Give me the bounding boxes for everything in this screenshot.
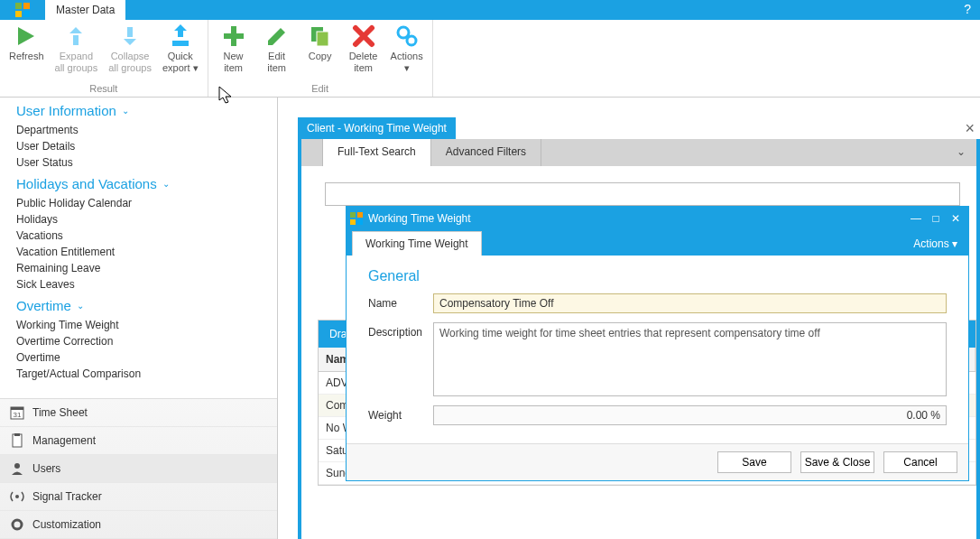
nav-item[interactable]: Holidays <box>16 211 277 228</box>
nav-time-sheet[interactable]: 31Time Sheet <box>0 399 277 427</box>
refresh-button[interactable]: Refresh <box>4 22 50 81</box>
clipboard-icon <box>9 432 25 449</box>
nav-item[interactable]: Vacation Entitlement <box>16 244 277 260</box>
nav-item[interactable]: Overtime Correction <box>16 333 277 349</box>
play-green-icon <box>14 23 39 49</box>
pane-close-button[interactable]: × <box>965 119 980 138</box>
dialog-tab[interactable]: Working Time Weight <box>352 231 482 256</box>
ribbon-group-label: Edit <box>208 81 432 97</box>
nav-signal-tracker[interactable]: Signal Tracker <box>0 483 277 511</box>
dialog-maximize-button[interactable]: □ <box>929 212 943 225</box>
svg-point-9 <box>398 27 409 38</box>
dialog-minimize-button[interactable]: — <box>909 212 923 225</box>
nav-item[interactable]: Public Holiday Calendar <box>16 195 277 211</box>
svg-rect-14 <box>13 434 22 447</box>
expand-groups-button: Expandall groups <box>50 22 104 81</box>
nav-item[interactable]: Sick Leaves <box>16 276 277 293</box>
copy-green-icon <box>308 23 333 49</box>
nav-users[interactable]: Users <box>0 455 277 483</box>
dialog-title: Working Time Weight <box>368 212 471 225</box>
group-holidays[interactable]: Holidays and Vacations⌄ <box>16 176 277 191</box>
app-logo <box>0 0 45 20</box>
users-icon <box>9 460 25 477</box>
nav-item[interactable]: Working Time Weight <box>16 317 277 333</box>
chevron-down-icon: ⌄ <box>122 106 129 116</box>
svg-rect-12 <box>11 407 23 410</box>
export-icon <box>168 23 193 49</box>
help-button[interactable]: ? <box>955 0 980 20</box>
svg-rect-1 <box>23 3 30 9</box>
copy-button[interactable]: Copy <box>299 22 342 81</box>
actions-button[interactable]: Actions▾ <box>385 22 429 81</box>
pane-title: Client - Working Time Weight <box>298 117 456 139</box>
dialog-section-general: General <box>368 268 947 284</box>
plus-green-icon <box>221 23 246 49</box>
save-close-button[interactable]: Save & Close <box>800 451 874 473</box>
working-time-weight-dialog: Working Time Weight — □ ✕ Working Time W… <box>346 206 969 481</box>
group-overtime[interactable]: Overtime⌄ <box>16 298 277 313</box>
nav-item[interactable]: Overtime <box>16 349 277 366</box>
svg-point-18 <box>13 520 22 529</box>
dialog-actions-menu[interactable]: Actions ▾ <box>902 232 968 256</box>
nav-management[interactable]: Management <box>0 427 277 455</box>
svg-rect-2 <box>15 11 22 17</box>
group-user-info[interactable]: User Information⌄ <box>16 103 277 118</box>
svg-rect-15 <box>14 433 20 436</box>
filter-expand-icon[interactable]: ⌄ <box>946 139 976 166</box>
name-input[interactable] <box>433 293 947 313</box>
label-name: Name <box>368 293 433 310</box>
calendar-icon: 31 <box>9 404 25 421</box>
save-button[interactable]: Save <box>717 451 791 473</box>
nav-customization[interactable]: Customization <box>0 511 277 539</box>
collapse-groups-button: Collapseall groups <box>103 22 157 81</box>
svg-rect-4 <box>172 41 189 46</box>
pencil-green-icon <box>264 23 290 49</box>
edit-item-button[interactable]: Edititem <box>255 22 299 81</box>
delete-item-button[interactable]: Deleteitem <box>342 22 385 81</box>
svg-rect-19 <box>350 212 356 218</box>
dialog-logo-icon <box>350 212 363 225</box>
ribbon: RefreshExpandall groupsCollapseall group… <box>0 20 980 98</box>
titlebar: Master Data ? <box>0 0 980 20</box>
dialog-close-button[interactable]: ✕ <box>948 212 963 225</box>
expand-icon <box>63 23 88 49</box>
dialog-titlebar[interactable]: Working Time Weight — □ ✕ <box>347 207 968 230</box>
svg-rect-8 <box>317 32 328 46</box>
svg-rect-21 <box>350 219 356 225</box>
label-description: Description <box>368 322 433 339</box>
collapse-icon <box>117 23 143 49</box>
nav-item[interactable]: User Status <box>16 154 277 171</box>
signal-icon <box>9 488 25 505</box>
chevron-down-icon: ⌄ <box>162 179 170 189</box>
chevron-down-icon: ⌄ <box>77 301 84 311</box>
filter-tab-fulltext[interactable]: Full-Text Search <box>323 139 431 166</box>
nav-item[interactable]: Vacations <box>16 228 277 244</box>
description-input[interactable] <box>433 322 947 396</box>
ribbon-tab-master-data[interactable]: Master Data <box>45 0 125 20</box>
filter-tab-advanced[interactable]: Advanced Filters <box>431 139 541 166</box>
ribbon-group-label: Result <box>0 81 208 97</box>
filter-bar: Full-Text Search Advanced Filters ⌄ <box>301 139 976 166</box>
cancel-button[interactable]: Cancel <box>883 451 957 473</box>
svg-rect-22 <box>357 219 363 225</box>
gear-icon <box>9 516 25 533</box>
nav-item[interactable]: Remaining Leave <box>16 260 277 276</box>
new-item-button[interactable]: Newitem <box>212 22 255 81</box>
sidebar-bottom-nav: 31Time SheetManagementUsersSignal Tracke… <box>0 398 277 539</box>
x-red-icon <box>351 23 376 49</box>
label-weight: Weight <box>368 405 433 422</box>
svg-text:31: 31 <box>14 411 22 419</box>
svg-point-17 <box>15 495 19 498</box>
svg-rect-3 <box>23 11 30 17</box>
svg-point-10 <box>407 36 416 45</box>
quick-export-button[interactable]: Quickexport ▾ <box>157 22 204 81</box>
search-input[interactable] <box>325 182 960 206</box>
nav-item[interactable]: User Details <box>16 138 277 154</box>
svg-rect-20 <box>357 212 363 218</box>
nav-item[interactable]: Target/Actual Comparison <box>16 366 277 382</box>
weight-input[interactable] <box>433 405 947 425</box>
sidebar: User Information⌄DepartmentsUser Details… <box>0 98 278 539</box>
svg-point-16 <box>14 463 20 469</box>
nav-item[interactable]: Departments <box>16 122 277 138</box>
svg-rect-6 <box>224 33 244 39</box>
